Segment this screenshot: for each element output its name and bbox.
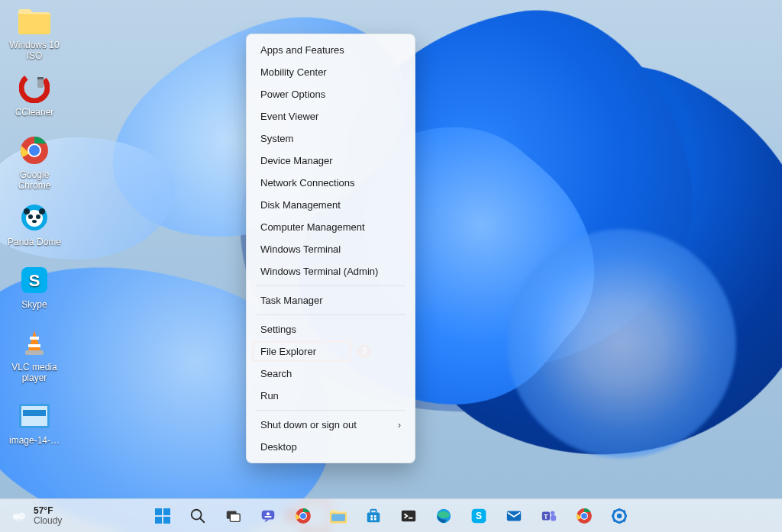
menu-item-computer-management[interactable]: Computer Management: [247, 216, 415, 238]
menu-item-file-explorer[interactable]: File Explorer: [247, 340, 415, 363]
terminal-icon: [400, 508, 417, 524]
folder-icon: [17, 5, 52, 37]
menu-item-event-viewer[interactable]: Event Viewer: [247, 105, 415, 127]
taskbar: 57°F Cloudy: [0, 498, 782, 532]
taskbar-settings[interactable]: [604, 501, 635, 531]
svg-line-64: [614, 510, 616, 511]
taskbar-teams[interactable]: T: [534, 501, 564, 531]
taskbar-search-button[interactable]: [183, 501, 213, 531]
svg-rect-26: [163, 508, 170, 515]
skype-icon: S: [17, 264, 52, 296]
weather-cond: Cloudy: [34, 516, 62, 526]
skype-icon: S: [470, 508, 487, 524]
edge-icon: [435, 508, 452, 524]
svg-rect-39: [331, 514, 345, 521]
svg-rect-28: [163, 517, 170, 524]
menu-item-desktop[interactable]: Desktop: [247, 436, 415, 458]
svg-point-10: [32, 220, 37, 223]
svg-text:T: T: [544, 512, 548, 520]
menu-item-system[interactable]: System: [247, 127, 415, 150]
taskbar-chrome[interactable]: [288, 501, 318, 531]
taskbar-file-explorer[interactable]: [323, 501, 354, 531]
svg-rect-17: [28, 344, 40, 347]
menu-item-run[interactable]: Run: [247, 385, 415, 407]
svg-point-0: [19, 73, 50, 103]
menu-item-network-connections[interactable]: Network Connections: [247, 172, 415, 194]
menu-item-settings[interactable]: Settings: [247, 318, 415, 340]
menu-item-task-manager[interactable]: Task Manager: [247, 289, 415, 311]
desktop-icon-label: CCleaner: [5, 107, 64, 118]
svg-rect-35: [264, 516, 271, 517]
svg-point-5: [29, 145, 40, 156]
svg-point-58: [581, 513, 587, 519]
desktop-icon-ccleaner[interactable]: CCleaner: [5, 72, 64, 118]
svg-marker-15: [28, 330, 40, 350]
desktop-icon-label: VLC mediaplayer: [5, 362, 64, 383]
pandadome-icon: [17, 202, 52, 234]
desktop-icon-image14[interactable]: image-14-…: [5, 400, 64, 446]
taskbar-taskview-button[interactable]: [218, 501, 248, 531]
menu-item-windows-terminal-admin[interactable]: Windows Terminal (Admin): [247, 260, 415, 282]
taskview-icon: [225, 508, 241, 524]
svg-point-38: [300, 513, 306, 519]
svg-rect-21: [23, 410, 46, 416]
svg-point-54: [551, 511, 555, 515]
desktop-icon-label: image-14-…: [5, 435, 64, 446]
menu-item-disk-management[interactable]: Disk Management: [247, 194, 415, 216]
menu-item-power-options[interactable]: Power Options: [247, 83, 415, 105]
svg-rect-18: [25, 350, 44, 355]
svg-rect-55: [551, 515, 556, 521]
svg-line-30: [200, 517, 205, 522]
svg-rect-43: [374, 515, 376, 517]
menu-separator: [256, 314, 406, 315]
taskbar-apps: S T: [147, 501, 635, 531]
weather-cloud-icon: [11, 508, 27, 524]
chevron-right-icon: ›: [398, 420, 401, 430]
desktop-icon-label: Windows 10ISO: [5, 40, 64, 61]
vlc-icon: [17, 327, 52, 359]
menu-item-shutdown-signout[interactable]: Shut down or sign out ›: [247, 414, 415, 436]
menu-item-windows-terminal[interactable]: Windows Terminal: [247, 238, 415, 260]
menu-item-apps-and-features[interactable]: Apps and Features: [247, 39, 415, 61]
svg-line-65: [624, 520, 625, 521]
svg-rect-45: [374, 517, 376, 520]
menu-item-search[interactable]: Search: [247, 363, 415, 385]
desktop-icon-windows10iso[interactable]: Windows 10ISO: [5, 5, 64, 61]
svg-rect-27: [155, 517, 162, 524]
taskbar-chrome-2[interactable]: [569, 501, 599, 531]
taskbar-skype[interactable]: S: [464, 501, 494, 531]
svg-point-34: [267, 512, 270, 515]
svg-rect-40: [367, 512, 380, 522]
taskbar-mail[interactable]: [499, 501, 529, 531]
desktop-icon-pandadome[interactable]: Panda Dome: [5, 202, 64, 247]
taskbar-edge[interactable]: [428, 501, 459, 531]
desktop-icon-skype[interactable]: S Skype: [5, 264, 64, 310]
taskbar-windows-terminal[interactable]: [393, 501, 424, 531]
menu-item-mobility-center[interactable]: Mobility Center: [247, 61, 415, 83]
image-file-icon: [17, 400, 52, 432]
chat-icon: [260, 508, 276, 524]
menu-item-device-manager[interactable]: Device Manager: [247, 150, 415, 172]
svg-point-11: [24, 208, 30, 214]
svg-point-68: [617, 513, 622, 517]
chrome-icon: [295, 508, 312, 524]
svg-point-24: [13, 514, 20, 519]
svg-rect-44: [370, 517, 373, 520]
desktop-icon-label: Panda Dome: [5, 237, 64, 247]
svg-rect-46: [402, 510, 415, 521]
menu-separator: [256, 410, 406, 411]
mail-icon: [506, 508, 522, 524]
ccleaner-icon: [17, 72, 52, 104]
svg-text:S: S: [29, 271, 40, 290]
desktop-icon-vlc[interactable]: VLC mediaplayer: [5, 327, 64, 383]
svg-rect-25: [155, 508, 162, 515]
svg-rect-2: [37, 77, 44, 79]
taskbar-start-button[interactable]: [147, 501, 178, 531]
desktop-icon-chrome[interactable]: GoogleChrome: [5, 134, 64, 191]
taskbar-chat-button[interactable]: [253, 501, 283, 531]
taskbar-microsoft-store[interactable]: [358, 501, 389, 531]
svg-rect-41: [370, 509, 376, 513]
teams-icon: T: [541, 508, 557, 524]
taskbar-weather[interactable]: 57°F Cloudy: [11, 506, 62, 526]
gear-icon: [611, 508, 628, 524]
